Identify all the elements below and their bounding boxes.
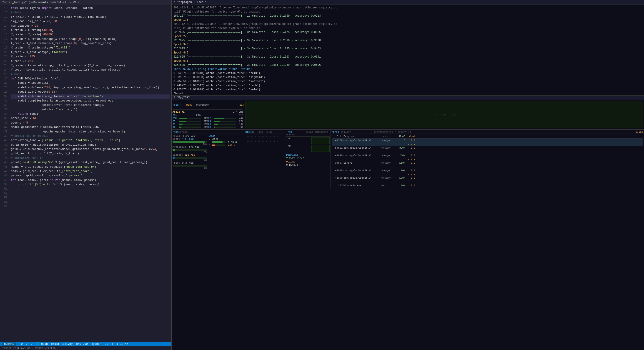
proc-count: 0/336 [636,131,643,133]
cpu-menu-button[interactable]: Menu [186,104,192,106]
proc-cpu: 0.0 ....... [406,139,415,146]
line-numbers: 1011121314151617181920212223242526272829… [0,5,9,342]
proc-row: 49688 com.apple.WebKit.W hexagon 124M 0.… [332,169,643,176]
proc-col-program: Program: [344,134,380,138]
mem-free-bar [172,165,207,166]
mem-used-row: Used: 7.44-GiB [172,138,207,140]
proc-col-user: User: [381,134,395,138]
cpu-core-row: CPU 39% [172,117,208,120]
cpu-model: Apple M1 [172,111,184,113]
proc-pid: 49688 [332,169,342,176]
swap-total-row: 2.00 G [209,138,244,140]
proc-user: hexagon [381,154,395,161]
net-upload-speed-label: 14K [286,137,291,144]
status-func: DNN_200 [76,342,88,346]
net-download-label: Download [286,154,330,156]
cpu-label: CPU [172,114,177,116]
proc-pid: 41169 [332,139,342,146]
bpytop-disk-panel: disks├──┤io├──swap .....................… [244,130,285,189]
proc-memb: 124M [396,169,405,176]
mem-free: 34.6-MiB [182,161,194,164]
cpu-total-pct: 24% [196,114,201,116]
proc-program: com.apple.WebKit.W [344,169,380,176]
status-filetype: python [92,342,101,346]
right-panel: 1 "heptagon-2.local" 2021-12-21 01:10:49… [172,0,644,350]
bpytop-title: 2 "BpyTOP" [172,96,644,100]
proc-rows-container: 41169 com.apple.WebKit.W hexagon 1G 0.0 … [332,139,643,189]
mem-used-bar-fill [172,141,204,143]
cpu-time: 01:12 [240,104,244,106]
proc-memb: 380M [396,146,405,154]
proc-user: hexagon [381,139,395,146]
swap-f-bar-fill [212,144,215,146]
proc-program: com.apple.WebKit.W [344,176,380,184]
proc-user: hexagon [381,176,395,184]
mem-free-row: Free: 34.6-MiB [172,161,207,164]
proc-pid: 54531 [332,146,342,154]
proc-program: com.apple.WebKit.W [344,146,380,154]
proc-row: 373 WindowServer root 80M 0.1 ....... [332,184,643,189]
net-download-graph [312,145,330,152]
cpu-title-bar: ²cpu ├──┤ Menu ├ mode:user ├────────────… [172,101,243,110]
proc-row: 54531 com.apple.WebKit.W hexagon 380M 0.… [332,146,643,154]
proc-row: 34697 Safari hexagon 159M 0.0 ....... [332,161,643,169]
mem-stats: Total: 8.00 GiB Used: 7.44-GiB 93% [172,134,207,169]
terminal-content[interactable]: 2021-12-21 01:10:49.053887: I tensorflow… [172,5,644,94]
bpytop-area: 2 "BpyTOP" ²cpu ├──┤ Menu ├ mode:user ├─… [172,96,644,350]
proc-memb: 1G [396,139,405,146]
proc-cpu: 0.0 ....... [406,146,415,154]
mem-used-pct: 93% [172,143,207,146]
mem-cached-bar [172,157,207,159]
proc-cpu: 0.0 ....... [406,176,415,184]
proc-memb: 260M [396,154,405,161]
cpu-core-row: C8 5% [208,126,244,129]
mem-avail-bar-fill [172,149,175,151]
status-position: 1:12 AM [116,342,128,346]
swap-total: 2.00 G [209,138,218,140]
net-upload-label: Upload [286,160,330,163]
proc-cpu: 0.0 ....... [406,161,415,169]
cpu-core-row: C6 16% [208,123,244,126]
mem-cached-pct: 6% [172,159,207,161]
proc-pid: 34697 [332,161,342,169]
proc-memb: 159M [396,161,405,169]
mem-used-bar [172,141,207,143]
proc-col-memb: MemB [396,134,405,138]
cpu-core-row: C2 44% [208,117,244,120]
cpu-core-row: C4 27% [208,120,244,123]
code-content[interactable]: from keras.layers import Dense, Dropout,… [9,5,172,342]
net-download-row: 16K [286,145,330,152]
proc-program: com.apple.WebKit.W [344,154,380,161]
git-diff: +0 ~0 -0 [19,342,32,346]
bpytop-cpu-panel: ²cpu ├──┤ Menu ├ mode:user ├────────────… [172,100,244,129]
proc-user: root [381,184,395,189]
git-branch: 🌐 main [36,342,48,346]
net-header: ²net├────────┤sync├auto├zero├<b en0 n> [286,131,330,136]
mem-cached: 528-MiB [184,154,195,156]
bpytop-bottom-row: ²mem├graph├───────────── Total: 8.00 GiB… [172,129,644,189]
cpu-menu-label[interactable]: ²cpu [172,104,178,106]
status-written: "mnist_test.py" 55L, 2038C written [2,346,56,349]
swap-u-val: 1.55 G [228,141,237,144]
proc-memb: 100M [396,176,405,184]
net-upload-info: Upload 0 Byte/s [286,160,330,166]
terminal-title: 1 "heptagon-2.local" [172,0,644,5]
swap-stats: swap 2.00 G U 1.55 G [209,134,244,169]
disk-header: disks├──┤io├──swap [245,131,284,134]
swap-u-bar-fill [212,141,222,143]
cpu-freq: 2.4 GHz [233,111,243,113]
net-upload-graph [312,137,330,144]
proc-col-cpu: Cpu% [406,134,415,138]
proc-row: 41898 com.apple.WebKit.W hexagon 260M 0.… [332,154,643,161]
editor-title: "mnist_test.py" (~∕Documents∕code∕m1-ml)… [2,1,79,4]
proc-cpu: 0.0 ....... [406,154,415,161]
cpu-temp: 0°C [239,114,243,116]
proc-cpu: 0.1 ....... [406,184,415,189]
proc-section-header: ²proc ├filter├──────────────┤reverse├tre… [332,131,643,134]
mem-header: ²mem├graph├───────────── [172,131,243,134]
swap-u-bar [212,141,226,143]
bpytop-proc-panel: ²proc ├filter├──────────────┤reverse├tre… [331,130,644,189]
cpu-core-row: C5 18% [172,123,208,126]
cpu-core-row: C7 12% [172,126,208,129]
status-bottom: "mnist_test.py" 55L, 2038C written [0,346,172,350]
